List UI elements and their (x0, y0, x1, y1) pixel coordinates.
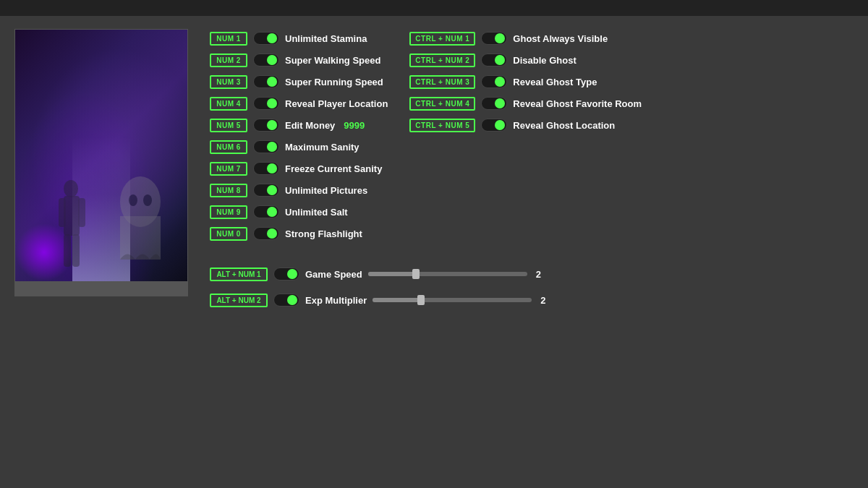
hotkey-label: Unlimited Stamina (285, 33, 367, 44)
alt-key-badge[interactable]: ALT + NUM 1 (210, 267, 268, 281)
toggle-switch[interactable] (481, 75, 507, 88)
hotkey-row: NUM 4Reveal Player Location (210, 94, 388, 113)
svg-rect-5 (72, 234, 80, 267)
slider-label: Game Speed (305, 269, 362, 280)
svg-rect-7 (120, 216, 161, 260)
hotkey-label: Super Running Speed (285, 77, 383, 87)
key-badge[interactable]: CTRL + NUM 3 (409, 75, 475, 89)
ghost-silhouette (115, 173, 166, 267)
toggle-switch[interactable] (481, 119, 507, 132)
trainer-label (14, 282, 188, 296)
hotkey-label: Disable Ghost (513, 55, 576, 66)
key-badge[interactable]: NUM 6 (210, 140, 247, 154)
hotkey-row: CTRL + NUM 3Reveal Ghost Type (409, 72, 642, 91)
hotkey-row: NUM 6Maximum Sanity (210, 137, 388, 156)
toggle-switch[interactable] (253, 162, 279, 175)
toggle-switch[interactable] (253, 119, 279, 132)
hotkey-row: NUM 3Super Running Speed (210, 72, 388, 91)
hotkey-label: Strong Flashlight (285, 228, 362, 239)
key-badge[interactable]: NUM 9 (210, 205, 247, 219)
key-badge[interactable]: NUM 7 (210, 162, 247, 176)
hotkey-row: NUM 1Unlimited Stamina (210, 29, 388, 48)
game-image (14, 29, 188, 282)
toggle-switch[interactable] (273, 294, 299, 307)
title-bar (0, 0, 868, 16)
svg-rect-3 (78, 198, 85, 227)
hotkey-row: NUM 9Unlimited Salt (210, 202, 388, 221)
hotkey-label: Ghost Always Visible (513, 33, 608, 44)
hotkey-label: Reveal Player Location (285, 98, 388, 109)
right-hotkeys-col: CTRL + NUM 1Ghost Always VisibleCTRL + N… (409, 29, 642, 243)
person-silhouette (51, 180, 91, 267)
svg-point-9 (143, 194, 152, 206)
slider-label: Exp Multiplier (305, 295, 367, 306)
controls-panel: NUM 1Unlimited StaminaNUM 2Super Walking… (210, 29, 854, 309)
slider-track[interactable] (368, 272, 527, 276)
toggle-switch[interactable] (253, 140, 279, 153)
money-value: 9999 (344, 120, 365, 131)
svg-rect-2 (59, 198, 66, 227)
key-badge[interactable]: CTRL + NUM 2 (409, 53, 475, 67)
key-badge[interactable]: NUM 5 (210, 119, 247, 132)
key-badge[interactable]: CTRL + NUM 4 (409, 97, 475, 111)
hotkey-label: Reveal Ghost Location (513, 120, 615, 131)
left-hotkeys-col: NUM 1Unlimited StaminaNUM 2Super Walking… (210, 29, 388, 243)
hotkey-row: NUM 0Strong Flashlight (210, 224, 388, 243)
toggle-switch[interactable] (253, 184, 279, 197)
toggle-switch[interactable] (253, 53, 279, 67)
key-badge[interactable]: CTRL + NUM 5 (409, 119, 475, 132)
svg-rect-1 (64, 196, 80, 236)
toggle-switch[interactable] (481, 97, 507, 110)
hotkey-row: CTRL + NUM 2Disable Ghost (409, 51, 642, 69)
hotkey-label: Freeze Current Sanity (285, 163, 382, 174)
hotkey-label: Maximum Sanity (285, 142, 359, 153)
hotkey-row: NUM 2Super Walking Speed (210, 51, 388, 69)
key-badge[interactable]: NUM 4 (210, 97, 247, 111)
toggle-switch[interactable] (481, 53, 507, 67)
hotkey-label: Edit Money (285, 120, 335, 131)
hotkey-row: NUM 7Freeze Current Sanity (210, 159, 388, 178)
slider-value: 2 (536, 269, 541, 280)
slider-row: ALT + NUM 1Game Speed2 (210, 265, 854, 283)
hotkey-row: NUM 8Unlimited Pictures (210, 181, 388, 200)
key-badge[interactable]: NUM 0 (210, 227, 247, 241)
svg-rect-4 (64, 234, 71, 267)
hotkey-row: CTRL + NUM 1Ghost Always Visible (409, 29, 642, 48)
toggle-switch[interactable] (253, 227, 279, 240)
slider-track[interactable] (373, 298, 532, 302)
key-badge[interactable]: NUM 2 (210, 53, 247, 67)
toggle-switch[interactable] (253, 97, 279, 110)
toggle-switch[interactable] (253, 75, 279, 88)
alt-key-badge[interactable]: ALT + NUM 2 (210, 294, 268, 307)
key-badge[interactable]: NUM 1 (210, 32, 247, 46)
key-badge[interactable]: NUM 3 (210, 75, 247, 89)
toggle-switch[interactable] (253, 32, 279, 45)
toggle-switch[interactable] (253, 205, 279, 218)
game-panel (14, 29, 188, 309)
hotkey-label: Reveal Ghost Favorite Room (513, 98, 642, 109)
hotkey-label: Unlimited Salt (285, 207, 348, 218)
slider-value: 2 (540, 295, 545, 306)
toggle-switch[interactable] (481, 32, 507, 45)
hotkey-label: Super Walking Speed (285, 55, 380, 66)
sliders-section: ALT + NUM 1Game Speed2ALT + NUM 2Exp Mul… (210, 265, 854, 309)
hotkey-label: Unlimited Pictures (285, 185, 367, 196)
toggle-switch[interactable] (273, 267, 299, 281)
svg-point-0 (64, 180, 78, 197)
key-badge[interactable]: CTRL + NUM 1 (409, 32, 475, 46)
slider-row: ALT + NUM 2Exp Multiplier2 (210, 291, 854, 309)
hotkey-label: Reveal Ghost Type (513, 77, 597, 87)
hotkey-row: CTRL + NUM 4Reveal Ghost Favorite Room (409, 94, 642, 113)
hotkey-row: NUM 5Edit Money9999 (210, 116, 388, 134)
svg-point-8 (129, 194, 137, 206)
key-badge[interactable]: NUM 8 (210, 184, 247, 197)
close-button[interactable] (849, 1, 864, 15)
hotkey-row: CTRL + NUM 5Reveal Ghost Location (409, 116, 642, 134)
